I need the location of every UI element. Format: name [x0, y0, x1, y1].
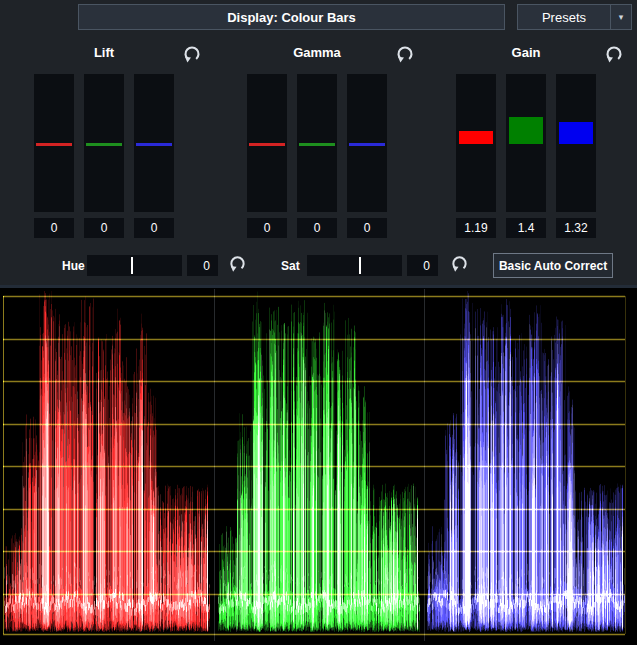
reset-icon — [228, 254, 247, 273]
red-slider-handle[interactable] — [36, 143, 72, 146]
gain-reset-button[interactable] — [604, 44, 624, 64]
gamma-green-slider[interactable] — [297, 74, 337, 212]
reset-icon — [395, 44, 415, 64]
blue-slider-handle[interactable] — [559, 122, 593, 144]
reset-icon — [182, 44, 202, 64]
lift-red-slider[interactable] — [34, 74, 74, 212]
sat-value[interactable]: 0 — [407, 255, 438, 276]
gamma-red-slider[interactable] — [247, 74, 287, 212]
waveform-scope — [0, 285, 637, 645]
sat-slider[interactable] — [307, 255, 402, 276]
rgb-parade-waveform — [0, 285, 637, 645]
green-slider-handle[interactable] — [299, 143, 335, 146]
presets-dropdown-arrow[interactable]: ▾ — [610, 5, 631, 29]
lift-blue-value[interactable]: 0 — [134, 218, 174, 238]
gamma-red-value[interactable]: 0 — [247, 218, 287, 238]
gain-blue-slider[interactable] — [556, 74, 596, 212]
lift-green-value[interactable]: 0 — [84, 218, 124, 238]
red-slider-handle[interactable] — [249, 143, 285, 146]
red-slider-handle[interactable] — [459, 131, 493, 144]
gain-green-slider[interactable] — [506, 74, 546, 212]
gain-red-slider[interactable] — [456, 74, 496, 212]
lift-reset-button[interactable] — [182, 44, 202, 64]
green-slider-handle[interactable] — [86, 143, 122, 146]
blue-slider-handle[interactable] — [349, 143, 385, 146]
hue-slider[interactable] — [87, 255, 182, 276]
colour-correction-panel: Display: Colour Bars Presets ▾ Lift 0 0 … — [0, 0, 637, 645]
gamma-blue-value[interactable]: 0 — [347, 218, 387, 238]
chevron-down-icon: ▾ — [619, 12, 624, 22]
lift-title: Lift — [94, 45, 114, 60]
hue-label: Hue — [62, 259, 85, 273]
lift-red-value[interactable]: 0 — [34, 218, 74, 238]
gamma-green-value[interactable]: 0 — [297, 218, 337, 238]
reset-icon — [604, 44, 624, 64]
blue-slider-handle[interactable] — [136, 143, 172, 146]
gain-blue-value[interactable]: 1.32 — [556, 218, 596, 238]
presets-button[interactable]: Presets — [518, 5, 610, 29]
sat-reset-button[interactable] — [450, 254, 470, 274]
gain-red-value[interactable]: 1.19 — [456, 218, 496, 238]
basic-auto-correct-button[interactable]: Basic Auto Correct — [493, 253, 613, 278]
gamma-blue-slider[interactable] — [347, 74, 387, 212]
display-selector-button[interactable]: Display: Colour Bars — [78, 4, 505, 30]
presets-split-button[interactable]: Presets ▾ — [517, 4, 632, 30]
hue-reset-button[interactable] — [228, 254, 248, 274]
reset-icon — [450, 254, 469, 273]
hue-slider-handle[interactable] — [131, 257, 133, 274]
sat-label: Sat — [281, 259, 300, 273]
lift-green-slider[interactable] — [84, 74, 124, 212]
gain-green-value[interactable]: 1.4 — [506, 218, 546, 238]
hue-value[interactable]: 0 — [187, 255, 218, 276]
gain-title: Gain — [512, 45, 541, 60]
lift-blue-slider[interactable] — [134, 74, 174, 212]
gamma-reset-button[interactable] — [395, 44, 415, 64]
gamma-title: Gamma — [293, 45, 341, 60]
sat-slider-handle[interactable] — [359, 257, 361, 274]
green-slider-handle[interactable] — [509, 117, 543, 144]
